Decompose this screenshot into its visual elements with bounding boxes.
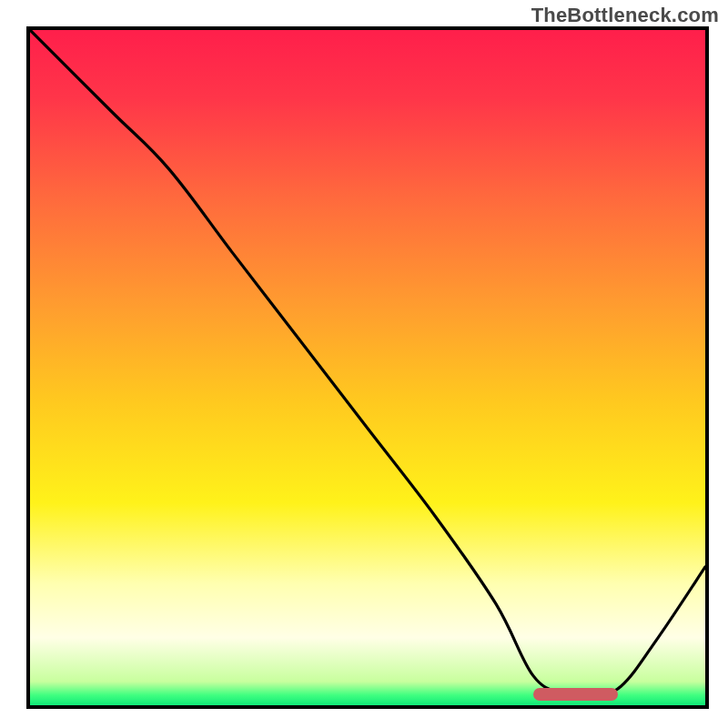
- watermark-text: TheBottleneck.com: [531, 4, 719, 27]
- bottleneck-curve: [30, 30, 705, 705]
- plot-area: [26, 26, 709, 709]
- chart-frame: TheBottleneck.com: [0, 0, 728, 728]
- optimum-marker: [533, 688, 618, 701]
